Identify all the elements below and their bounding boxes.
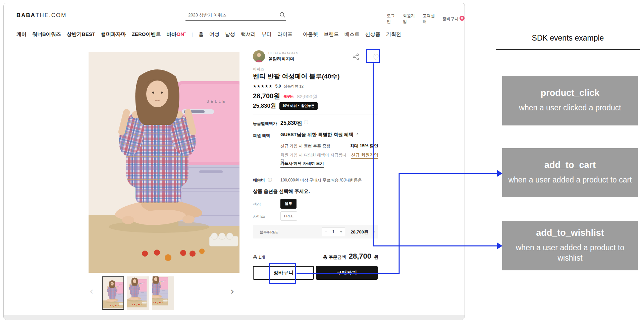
thumbnail-2-image: [127, 276, 149, 310]
nav-item-plan[interactable]: 기획전: [386, 31, 401, 38]
color-chip-blue[interactable]: 블루: [280, 199, 297, 209]
nav-item-baba-on[interactable]: 바바ON˚: [167, 31, 186, 38]
nav-item-men[interactable]: 남성: [225, 31, 235, 38]
product-title: 벤티 반팔 여성페어 블루(40수): [253, 72, 340, 81]
login-link[interactable]: 로그인: [387, 13, 398, 24]
card-benefit-link[interactable]: 카드사 혜택 자세히 보기: [280, 161, 324, 168]
tier-price: 25,830원: [280, 120, 302, 127]
event-description: when a user added a product to wishlist: [508, 243, 632, 263]
total-unit: 원: [374, 254, 378, 260]
nav-item-luxury[interactable]: 럭셔리: [241, 31, 256, 38]
nav-item-life[interactable]: 라이프: [277, 31, 292, 38]
nav-item-best2[interactable]: 베스트: [344, 31, 360, 38]
thumbnail-3[interactable]: [152, 276, 174, 310]
event-box-add-to-wishlist: add_to_wishlist when a user added a prod…: [502, 221, 638, 270]
cart-count-badge: 0: [460, 16, 465, 21]
search-icon[interactable]: [279, 12, 285, 18]
brand-avatar-image: [253, 50, 265, 62]
page-root: BELLE: [0, 0, 644, 320]
quantity-minus-button[interactable]: −: [322, 228, 330, 236]
product-category: 어워즈: [253, 67, 264, 72]
search-input[interactable]: [188, 11, 274, 19]
nav-item-brand[interactable]: 브랜드: [324, 31, 339, 38]
info-icon[interactable]: ⓘ: [304, 120, 308, 125]
wishlist-heart-icon[interactable]: ♡: [372, 53, 379, 62]
total-label: 총 주문금액: [323, 254, 346, 260]
sale-price: 28,700원: [253, 92, 280, 101]
event-description: when a user clicked a product: [519, 103, 621, 113]
option-prompt: 상품 옵션을 선택해 주세요.: [253, 189, 310, 195]
signup-link[interactable]: 회원가입: [403, 13, 418, 24]
chevron-up-icon[interactable]: ∧: [356, 132, 359, 136]
share-icon[interactable]: [353, 53, 359, 60]
brand-avatar[interactable]: [253, 50, 265, 62]
rating-score: 5.0: [275, 84, 281, 89]
nav-item-outlet[interactable]: 아울렛: [303, 31, 318, 38]
nav-item-summer-pajama[interactable]: 썸머파자마: [101, 31, 126, 38]
logo-bold: BABA: [16, 12, 36, 18]
buy-now-button[interactable]: 구매하기: [316, 266, 378, 280]
coupon-price-row: 25,830원 10% 어워즈 할인쿠폰: [253, 102, 318, 110]
divider: [253, 114, 378, 114]
member-label: 회원 혜택: [253, 132, 280, 139]
thumbnail-1-image: [103, 277, 123, 309]
brand-name-en: ULLALA PAJAMAS: [268, 52, 298, 55]
search-bar: [185, 9, 286, 21]
sdk-title-underline: [496, 49, 640, 50]
event-name: product_click: [541, 88, 600, 98]
nav-item-beauty[interactable]: 뷰티: [262, 31, 272, 38]
utility-nav: 로그인 회원가입 고객센터 장바구니0: [387, 13, 465, 24]
divider: [253, 171, 378, 171]
main-nav: 케어 워너B어워즈 상반기BEST 썸머파자마 ZERO이벤트 바바ON˚ | …: [16, 31, 401, 38]
tier-price-row: 등급별혜택가 25,830원 ⓘ: [253, 120, 378, 127]
member-benefit-header[interactable]: 회원 혜택 GUEST님을 위한 특별한 회원 혜택 ∧: [253, 132, 378, 139]
nav-item-care[interactable]: 케어: [16, 31, 26, 38]
quantity-plus-button[interactable]: +: [337, 228, 345, 236]
benefit-text-1: 신규 가입 시 웰컴 쿠폰 증정: [280, 143, 330, 149]
nav-item-women[interactable]: 여성: [209, 31, 219, 38]
baba-prefix: 바바: [167, 31, 177, 37]
review-count-link[interactable]: 상품리뷰 12: [283, 84, 303, 89]
thumbnail-1[interactable]: [102, 276, 124, 310]
baba-on-red: ON˚: [177, 31, 186, 37]
coupon-badge: 10% 어워즈 할인쿠폰: [279, 102, 318, 110]
nav-item-zero-event[interactable]: ZERO이벤트: [132, 31, 161, 38]
color-label: 색상: [253, 201, 280, 207]
event-name: add_to_wishlist: [536, 228, 604, 238]
nav-item-awards[interactable]: 워너B어워즈: [32, 31, 61, 38]
brand-name-kr: 울랄라파자마: [268, 56, 298, 62]
footer-strip: [4, 315, 465, 320]
info-icon[interactable]: ⓘ: [268, 177, 272, 182]
add-to-cart-button[interactable]: 장바구니: [253, 266, 314, 280]
nav-item-home[interactable]: 홈: [199, 31, 204, 38]
selected-option-row: 블루/FREE − 1 + 28,700원 ×: [253, 225, 378, 238]
size-chip-free[interactable]: FREE: [280, 211, 297, 221]
wishlist-arrowhead: [497, 243, 502, 249]
support-link[interactable]: 고객센터: [423, 13, 437, 24]
chevron-left-icon[interactable]: ‹: [90, 287, 93, 296]
rating-row: ★★★★★ 5.0 상품리뷰 12: [253, 84, 304, 89]
order-summary-row: 총 1개 총 주문금액 28,700원: [253, 252, 378, 261]
remove-option-icon[interactable]: ×: [373, 229, 375, 234]
chevron-right-icon[interactable]: ›: [230, 287, 234, 296]
shipping-value: 100,000원 이상 구매시 무료배송 /CJ대한통운: [280, 176, 362, 183]
size-option-row: 사이즈 FREE: [253, 211, 378, 221]
quantity-value: 1: [330, 228, 337, 236]
coupon-price: 25,830원: [253, 102, 276, 110]
new-member-signup-link[interactable]: 신규 회원가입: [351, 152, 378, 159]
event-box-product-click: product_click when a user clicked a prod…: [502, 76, 638, 125]
shipping-label: 배송비 ⓘ: [253, 176, 280, 183]
thumbnail-2[interactable]: [127, 276, 149, 310]
thumbnail-3-image: [152, 276, 174, 310]
nav-item-new[interactable]: 신상품: [365, 31, 380, 38]
price-row: 28,700원 65% 82,000원: [253, 92, 317, 101]
product-main-image: [89, 52, 239, 273]
cart-link[interactable]: 장바구니0: [442, 16, 465, 22]
total-amount: 28,700: [349, 252, 371, 261]
max-discount-text: 최대 15% 할인: [350, 143, 378, 149]
size-label: 사이즈: [253, 213, 280, 219]
cart-link-label: 장바구니: [442, 16, 459, 21]
nav-item-best[interactable]: 상반기BEST: [67, 31, 95, 38]
brand-block[interactable]: ULLALA PAJAMAS 울랄라파자마: [268, 52, 298, 62]
site-logo[interactable]: BABATHE.COM: [16, 12, 67, 19]
